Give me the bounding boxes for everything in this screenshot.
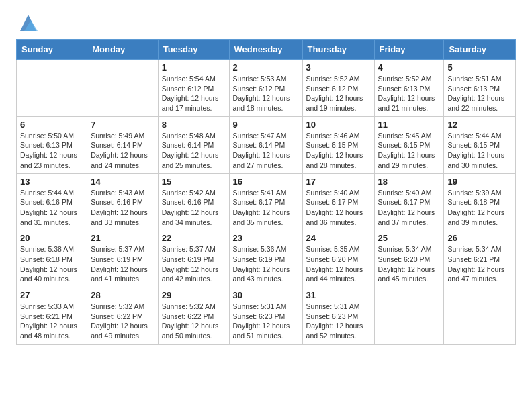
day-number: 16 (233, 177, 299, 187)
calendar-cell: 9Sunrise: 5:47 AM Sunset: 6:14 PM Daylig… (229, 116, 302, 173)
calendar: SundayMondayTuesdayWednesdayThursdayFrid… (16, 39, 516, 345)
day-info: Sunrise: 5:42 AM Sunset: 6:16 PM Dayligh… (162, 188, 226, 228)
calendar-cell: 17Sunrise: 5:40 AM Sunset: 6:17 PM Dayli… (302, 173, 374, 230)
day-number: 29 (162, 290, 226, 300)
day-info: Sunrise: 5:51 AM Sunset: 6:13 PM Dayligh… (447, 74, 512, 113)
calendar-cell (374, 287, 444, 345)
calendar-cell: 3Sunrise: 5:52 AM Sunset: 6:12 PM Daylig… (302, 60, 374, 117)
calendar-cell: 29Sunrise: 5:32 AM Sunset: 6:22 PM Dayli… (158, 287, 229, 345)
calendar-cell: 2Sunrise: 5:53 AM Sunset: 6:12 PM Daylig… (229, 60, 302, 117)
day-number: 10 (306, 120, 371, 130)
day-info: Sunrise: 5:53 AM Sunset: 6:12 PM Dayligh… (233, 74, 299, 113)
day-info: Sunrise: 5:54 AM Sunset: 6:12 PM Dayligh… (162, 74, 226, 113)
calendar-cell (17, 60, 87, 117)
day-info: Sunrise: 5:52 AM Sunset: 6:12 PM Dayligh… (306, 74, 371, 113)
day-number: 25 (378, 233, 441, 243)
day-info: Sunrise: 5:44 AM Sunset: 6:16 PM Dayligh… (20, 188, 83, 228)
day-info: Sunrise: 5:39 AM Sunset: 6:18 PM Dayligh… (447, 188, 512, 228)
day-number: 14 (91, 177, 154, 187)
day-info: Sunrise: 5:37 AM Sunset: 6:19 PM Dayligh… (91, 244, 154, 284)
calendar-cell: 1Sunrise: 5:54 AM Sunset: 6:12 PM Daylig… (158, 60, 229, 117)
day-number: 17 (306, 177, 371, 187)
calendar-cell: 28Sunrise: 5:32 AM Sunset: 6:22 PM Dayli… (87, 287, 159, 345)
day-number: 8 (162, 120, 226, 130)
day-info: Sunrise: 5:41 AM Sunset: 6:17 PM Dayligh… (233, 188, 299, 228)
day-number: 20 (20, 233, 83, 243)
calendar-cell: 27Sunrise: 5:33 AM Sunset: 6:21 PM Dayli… (17, 287, 87, 345)
day-number: 15 (162, 177, 226, 187)
calendar-cell: 22Sunrise: 5:37 AM Sunset: 6:19 PM Dayli… (158, 230, 229, 287)
calendar-cell: 19Sunrise: 5:39 AM Sunset: 6:18 PM Dayli… (444, 173, 516, 230)
calendar-cell: 18Sunrise: 5:40 AM Sunset: 6:17 PM Dayli… (374, 173, 444, 230)
day-info: Sunrise: 5:43 AM Sunset: 6:16 PM Dayligh… (91, 188, 154, 228)
day-number: 9 (233, 120, 299, 130)
day-info: Sunrise: 5:34 AM Sunset: 6:20 PM Dayligh… (378, 244, 441, 284)
day-number: 3 (306, 62, 371, 73)
week-row-1: 1Sunrise: 5:54 AM Sunset: 6:12 PM Daylig… (17, 60, 516, 117)
day-info: Sunrise: 5:35 AM Sunset: 6:20 PM Dayligh… (306, 244, 371, 284)
calendar-cell: 7Sunrise: 5:49 AM Sunset: 6:14 PM Daylig… (87, 116, 159, 173)
weekday-header-friday: Friday (374, 40, 444, 60)
day-info: Sunrise: 5:31 AM Sunset: 6:23 PM Dayligh… (233, 302, 299, 341)
logo-icon (17, 12, 39, 34)
calendar-cell: 23Sunrise: 5:36 AM Sunset: 6:19 PM Dayli… (229, 230, 302, 287)
day-number: 19 (447, 177, 512, 187)
day-number: 4 (378, 62, 441, 73)
day-number: 11 (378, 120, 441, 130)
day-number: 18 (378, 177, 441, 187)
day-info: Sunrise: 5:31 AM Sunset: 6:23 PM Dayligh… (306, 302, 371, 341)
day-info: Sunrise: 5:36 AM Sunset: 6:19 PM Dayligh… (233, 244, 299, 284)
weekday-header-row: SundayMondayTuesdayWednesdayThursdayFrid… (17, 40, 516, 60)
day-number: 7 (91, 120, 154, 130)
day-info: Sunrise: 5:46 AM Sunset: 6:15 PM Dayligh… (306, 131, 371, 171)
day-number: 27 (20, 290, 83, 300)
weekday-header-wednesday: Wednesday (229, 40, 302, 60)
day-info: Sunrise: 5:32 AM Sunset: 6:22 PM Dayligh… (91, 302, 154, 341)
day-number: 12 (447, 120, 512, 130)
day-number: 13 (20, 177, 83, 187)
day-number: 24 (306, 233, 371, 243)
week-row-3: 13Sunrise: 5:44 AM Sunset: 6:16 PM Dayli… (17, 173, 516, 230)
calendar-cell: 13Sunrise: 5:44 AM Sunset: 6:16 PM Dayli… (17, 173, 87, 230)
day-number: 22 (162, 233, 226, 243)
header (16, 12, 516, 34)
calendar-cell (444, 287, 516, 345)
day-number: 2 (233, 62, 299, 73)
day-info: Sunrise: 5:52 AM Sunset: 6:13 PM Dayligh… (378, 74, 441, 113)
weekday-header-monday: Monday (87, 40, 159, 60)
weekday-header-sunday: Sunday (17, 40, 87, 60)
calendar-cell (87, 60, 159, 117)
day-info: Sunrise: 5:50 AM Sunset: 6:13 PM Dayligh… (20, 131, 83, 171)
weekday-header-tuesday: Tuesday (158, 40, 229, 60)
day-number: 1 (162, 62, 226, 73)
calendar-cell: 16Sunrise: 5:41 AM Sunset: 6:17 PM Dayli… (229, 173, 302, 230)
day-info: Sunrise: 5:44 AM Sunset: 6:15 PM Dayligh… (447, 131, 512, 171)
day-number: 5 (447, 62, 512, 73)
calendar-cell: 5Sunrise: 5:51 AM Sunset: 6:13 PM Daylig… (444, 60, 516, 117)
day-number: 28 (91, 290, 154, 300)
day-number: 21 (91, 233, 154, 243)
day-number: 31 (306, 290, 371, 300)
calendar-cell: 15Sunrise: 5:42 AM Sunset: 6:16 PM Dayli… (158, 173, 229, 230)
day-info: Sunrise: 5:49 AM Sunset: 6:14 PM Dayligh… (91, 131, 154, 171)
day-info: Sunrise: 5:47 AM Sunset: 6:14 PM Dayligh… (233, 131, 299, 171)
day-number: 30 (233, 290, 299, 300)
calendar-cell: 30Sunrise: 5:31 AM Sunset: 6:23 PM Dayli… (229, 287, 302, 345)
day-info: Sunrise: 5:37 AM Sunset: 6:19 PM Dayligh… (162, 244, 226, 284)
day-info: Sunrise: 5:40 AM Sunset: 6:17 PM Dayligh… (306, 188, 371, 228)
week-row-5: 27Sunrise: 5:33 AM Sunset: 6:21 PM Dayli… (17, 287, 516, 345)
calendar-cell: 21Sunrise: 5:37 AM Sunset: 6:19 PM Dayli… (87, 230, 159, 287)
week-row-4: 20Sunrise: 5:38 AM Sunset: 6:18 PM Dayli… (17, 230, 516, 287)
calendar-cell: 12Sunrise: 5:44 AM Sunset: 6:15 PM Dayli… (444, 116, 516, 173)
calendar-cell: 26Sunrise: 5:34 AM Sunset: 6:21 PM Dayli… (444, 230, 516, 287)
day-info: Sunrise: 5:34 AM Sunset: 6:21 PM Dayligh… (447, 244, 512, 284)
day-info: Sunrise: 5:33 AM Sunset: 6:21 PM Dayligh… (20, 302, 83, 341)
calendar-cell: 14Sunrise: 5:43 AM Sunset: 6:16 PM Dayli… (87, 173, 159, 230)
calendar-cell: 8Sunrise: 5:48 AM Sunset: 6:14 PM Daylig… (158, 116, 229, 173)
calendar-cell: 10Sunrise: 5:46 AM Sunset: 6:15 PM Dayli… (302, 116, 374, 173)
day-number: 6 (20, 120, 83, 130)
page: SundayMondayTuesdayWednesdayThursdayFrid… (0, 0, 532, 357)
calendar-cell: 4Sunrise: 5:52 AM Sunset: 6:13 PM Daylig… (374, 60, 444, 117)
calendar-cell: 31Sunrise: 5:31 AM Sunset: 6:23 PM Dayli… (302, 287, 374, 345)
logo (16, 12, 39, 34)
